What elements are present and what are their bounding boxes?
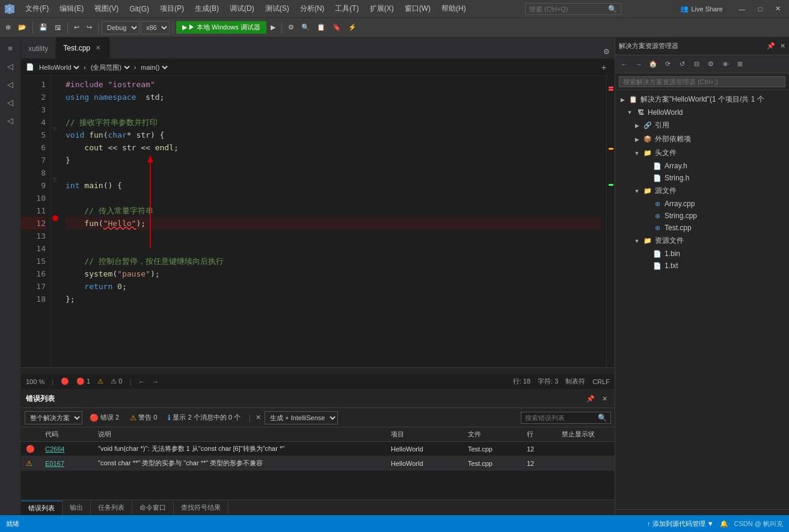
nav-member-select[interactable]: main() (138, 63, 170, 72)
menu-help[interactable]: 帮助(H) (437, 1, 471, 16)
panel-dock-icon[interactable]: 📌 (767, 42, 775, 50)
col-header-desc[interactable]: 说明 (98, 430, 386, 439)
se-home-btn[interactable]: 🏠 (646, 58, 660, 71)
error-scope-select[interactable]: 整个解决方案 (25, 411, 82, 424)
se-collapse-btn[interactable]: ⊟ (690, 58, 703, 71)
se-hscroll[interactable] (615, 509, 789, 515)
warning-filter-button[interactable]: ⚠ 警告 0 (126, 412, 161, 423)
toolbar-extra-4[interactable]: 🔖 (330, 22, 344, 33)
tree-external-deps[interactable]: ▶ 📦 外部依赖项 (615, 132, 789, 146)
tree-sources[interactable]: ▼ 📁 源文件 (615, 184, 789, 198)
tree-headers[interactable]: ▼ 📁 头文件 (615, 146, 789, 160)
sidebar-icon-3[interactable]: ◁ (1, 94, 19, 111)
tree-references[interactable]: ▶ 🔗 引用 (615, 118, 789, 132)
se-filter-btn[interactable]: ⊞ (733, 58, 746, 71)
error-filter-button[interactable]: 🔴 错误 2 (86, 412, 123, 423)
menu-tools[interactable]: 工具(T) (330, 1, 363, 16)
debug-config-select[interactable]: Debug (102, 21, 140, 34)
tree-solution[interactable]: ▶ 📋 解决方案"HelloWorld"(1 个项目/共 1 个 (615, 93, 789, 106)
sidebar-icon-2[interactable]: ◁ (1, 76, 19, 93)
menu-project[interactable]: 项目(P) (155, 1, 189, 16)
attach-button[interactable]: ▶ (268, 22, 278, 33)
tree-resources[interactable]: ▼ 📁 资源文件 (615, 234, 789, 248)
menu-extensions[interactable]: 扩展(X) (365, 1, 399, 16)
menu-search-box[interactable]: 🔍 (525, 3, 621, 15)
info-filter-button[interactable]: ℹ 显示 2 个消息中的 0 个 (164, 412, 244, 423)
toolbar-new[interactable]: ⊕ (2, 22, 14, 33)
panel-pin-button[interactable]: 📌 (584, 394, 597, 404)
code-content[interactable]: #include "iostream" using namespace std;… (61, 76, 606, 367)
se-sync-btn[interactable]: ⟳ (661, 58, 674, 71)
run-button[interactable]: ▶ ▶ 本地 Windows 调试器 (176, 21, 266, 34)
menu-git[interactable]: Git(G) (124, 2, 154, 16)
col-header-suppress[interactable]: 禁止显示状 (562, 430, 610, 439)
live-share-button[interactable]: 👥 Live Share (675, 3, 728, 14)
toolbar-open[interactable]: 📂 (15, 22, 29, 33)
panel-tab-command[interactable]: 命令窗口 (132, 501, 174, 515)
col-header-line[interactable]: 行 (527, 430, 557, 439)
menu-file[interactable]: 文件(F) (20, 1, 54, 16)
toolbar-extra-2[interactable]: 🔍 (298, 22, 313, 33)
col-header-project[interactable]: 项目 (391, 430, 463, 439)
panel-tab-tasks[interactable]: 任务列表 (91, 501, 132, 515)
menu-search-input[interactable] (529, 5, 608, 13)
toolbar-save-all[interactable]: 💾 (36, 22, 51, 33)
tab-test-cpp[interactable]: Test.cpp ✕ (56, 37, 110, 58)
tree-1-txt[interactable]: ▶ 📄 1.txt (615, 260, 789, 272)
close-button[interactable]: ✕ (770, 3, 787, 15)
tree-array-h[interactable]: ▶ 📄 Array.h (615, 160, 789, 172)
se-back-btn[interactable]: ← (618, 58, 631, 71)
nav-add-button[interactable]: + (598, 61, 610, 73)
nav-next-btn[interactable]: → (152, 378, 159, 385)
panel-tab-output[interactable]: 输出 (63, 501, 91, 515)
toolbar-undo[interactable]: ↩ (71, 22, 82, 33)
nav-prev-btn[interactable]: ← (138, 378, 145, 385)
nav-scope-select[interactable]: (全局范围) (88, 63, 132, 72)
col-header-code[interactable]: 代码 (45, 430, 93, 439)
platform-select[interactable]: x86 (141, 21, 170, 34)
menu-test[interactable]: 测试(S) (260, 1, 294, 16)
fold-icon-5[interactable]: ▽ (52, 126, 57, 132)
source-control-button[interactable]: ↑ 添加到源代码管理 ▼ (647, 519, 714, 528)
toolbar-save[interactable]: 🖫 (52, 22, 64, 33)
sidebar-expand-icon[interactable]: ≡ (1, 40, 19, 57)
sidebar-icon-1[interactable]: ◁ (1, 58, 19, 75)
error-search-box[interactable]: 🔍 (521, 412, 611, 424)
se-refresh-btn[interactable]: ↺ (675, 58, 689, 71)
menu-debug[interactable]: 调试(D) (225, 1, 259, 16)
toolbar-extra-1[interactable]: ⚙ (285, 22, 297, 33)
notification-bell[interactable]: 🔔 (720, 520, 728, 528)
panel-close-button[interactable]: ✕ (600, 394, 610, 404)
panel-tab-errors[interactable]: 错误列表 (21, 501, 63, 515)
se-search-input[interactable] (619, 76, 785, 87)
tree-project[interactable]: ▼ 🏗 HelloWorld (615, 106, 789, 118)
minimize-button[interactable]: — (734, 3, 751, 15)
toolbar-extra-5[interactable]: ⚡ (345, 22, 360, 33)
se-preview-btn[interactable]: 👁 (719, 58, 732, 71)
menu-edit[interactable]: 编辑(E) (55, 1, 88, 16)
se-forward-btn[interactable]: → (632, 58, 645, 71)
tree-1-bin[interactable]: ▶ 📄 1.bin (615, 248, 789, 260)
error-row-1[interactable]: 🔴 C2664 "void fun(char *)": 无法将参数 1 从"co… (21, 442, 615, 456)
error-search-input[interactable] (525, 414, 598, 421)
menu-view[interactable]: 视图(V) (90, 1, 123, 16)
fold-icon-9[interactable]: ▽ (52, 177, 57, 183)
solution-explorer-search[interactable] (615, 73, 789, 90)
editor-hscroll[interactable] (21, 367, 615, 373)
nav-class-select[interactable]: HelloWorld (37, 63, 81, 72)
error-row-2[interactable]: ⚠ E0167 "const char **" 类型的实参与 "char **"… (21, 456, 615, 471)
toolbar-extra-3[interactable]: 📋 (314, 22, 328, 33)
tree-string-cpp[interactable]: ▶ ⊕ String.cpp (615, 210, 789, 222)
se-props-btn[interactable]: ⚙ (704, 58, 717, 71)
panel-close-icon[interactable]: ✕ (780, 42, 785, 50)
tree-string-h[interactable]: ▶ 📄 String.h (615, 172, 789, 184)
sidebar-icon-4[interactable]: ◁ (1, 112, 19, 129)
tab-settings-icon[interactable]: ⚙ (598, 45, 615, 58)
menu-build[interactable]: 生成(B) (190, 1, 224, 16)
panel-tab-find-symbol[interactable]: 查找符号结果 (174, 501, 229, 515)
tree-test-cpp[interactable]: ▶ ⊕ Test.cpp (615, 222, 789, 234)
tree-array-cpp[interactable]: ▶ ⊕ Array.cpp (615, 198, 789, 210)
zoom-level[interactable]: 100 % (26, 378, 45, 385)
tab-close-icon[interactable]: ✕ (94, 44, 102, 52)
maximize-button[interactable]: □ (752, 3, 769, 15)
